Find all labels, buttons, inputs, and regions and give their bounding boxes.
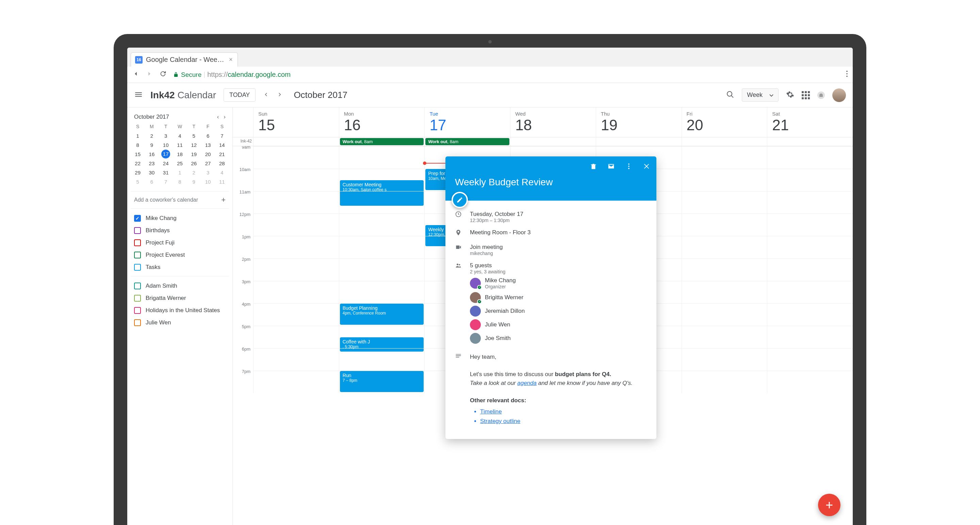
event-details-popover: Weekly Budget Review Tuesday, October 17… bbox=[445, 156, 656, 439]
mini-next-icon[interactable]: › bbox=[224, 114, 226, 121]
url-field[interactable]: Secure https://calendar.google.com bbox=[173, 71, 840, 79]
event-location: Meeting Room - Floor 3 bbox=[470, 229, 647, 238]
guest-count: 5 guests bbox=[470, 262, 647, 269]
event-title: Weekly Budget Review bbox=[455, 177, 647, 188]
gear-icon[interactable] bbox=[786, 90, 794, 100]
guest-avatar bbox=[470, 333, 481, 344]
guest-avatar bbox=[470, 319, 481, 330]
calendar-toggle[interactable]: Project Everest bbox=[130, 249, 229, 261]
sidebar: October 2017 ‹ › SMTWTFS 123456789101112… bbox=[127, 108, 233, 525]
description-icon bbox=[455, 353, 463, 426]
day-header[interactable]: Mon16 bbox=[339, 108, 425, 137]
add-coworker-input[interactable]: Add a coworker's calendar + bbox=[130, 191, 229, 209]
plus-icon: + bbox=[221, 195, 226, 205]
checkbox-icon bbox=[134, 307, 141, 314]
guest-avatar bbox=[470, 278, 481, 289]
mail-icon[interactable] bbox=[608, 163, 615, 171]
close-icon[interactable] bbox=[643, 163, 650, 171]
url-text: https://calendar.google.com bbox=[207, 71, 291, 79]
today-button[interactable]: TODAY bbox=[224, 89, 256, 102]
search-icon[interactable] bbox=[726, 90, 734, 100]
guest-row: Mike ChangOrganizer bbox=[470, 277, 647, 289]
calendar-label: Project Fuji bbox=[146, 240, 175, 246]
checkbox-icon bbox=[134, 240, 141, 246]
video-icon bbox=[455, 244, 463, 256]
edit-event-button[interactable] bbox=[452, 192, 468, 208]
svg-point-1 bbox=[846, 73, 848, 75]
guest-avatar bbox=[470, 292, 481, 303]
svg-point-7 bbox=[457, 263, 458, 265]
calendar-label: Julie Wen bbox=[146, 319, 171, 326]
event-time: 12:30pm – 1:30pm bbox=[470, 217, 647, 223]
back-icon[interactable] bbox=[132, 70, 140, 79]
calendar-toggle[interactable]: Julie Wen bbox=[130, 317, 229, 329]
svg-point-5 bbox=[628, 168, 630, 169]
mini-calendar[interactable]: SMTWTFS 12345678910111213141516171819202… bbox=[130, 124, 229, 186]
calendar-event[interactable]: Budget Planning4pm, Conference Room bbox=[340, 304, 424, 325]
svg-point-8 bbox=[459, 264, 460, 265]
guest-row: Julie Wen bbox=[470, 319, 647, 330]
close-tab-icon[interactable]: × bbox=[229, 56, 233, 63]
svg-point-0 bbox=[846, 70, 848, 72]
day-header[interactable]: Fri20 bbox=[682, 108, 767, 137]
event-allday[interactable]: Work out, 8am bbox=[340, 138, 424, 145]
calendar-label: Adam Smith bbox=[146, 282, 177, 289]
checkbox-icon bbox=[134, 252, 141, 259]
checkbox-icon bbox=[134, 264, 141, 271]
calendar-toggle[interactable]: Project Fuji bbox=[130, 237, 229, 249]
checkbox-icon bbox=[134, 282, 141, 289]
calendar-toggle[interactable]: Brigatta Werner bbox=[130, 292, 229, 305]
forward-icon[interactable] bbox=[146, 70, 153, 79]
location-icon bbox=[455, 229, 463, 238]
calendar-toggle[interactable]: Holidays in the United States bbox=[130, 305, 229, 317]
event-date: Tuesday, October 17 bbox=[470, 211, 647, 217]
delete-icon[interactable] bbox=[590, 163, 597, 171]
guest-name: Brigitta Werner bbox=[485, 294, 523, 301]
more-icon[interactable] bbox=[625, 163, 633, 171]
view-dropdown[interactable]: Week bbox=[742, 89, 778, 102]
calendar-toggle[interactable]: Mike Chang bbox=[130, 212, 229, 224]
guest-name: Joe Smith bbox=[485, 335, 511, 342]
svg-point-4 bbox=[628, 166, 630, 167]
guest-name: Jeremiah Dillon bbox=[485, 308, 525, 314]
guest-row: Brigitta Werner bbox=[470, 292, 647, 303]
browser-tab[interactable]: 16 Google Calendar - Week of Oc × bbox=[130, 52, 238, 67]
view-label: Week bbox=[747, 92, 762, 98]
calendar-toggle[interactable]: Birthdays bbox=[130, 224, 229, 237]
calendar-toggle[interactable]: Tasks bbox=[130, 261, 229, 273]
event-allday[interactable]: Work out, 8am bbox=[425, 138, 509, 145]
reload-icon[interactable] bbox=[159, 70, 167, 79]
doc-link[interactable]: Timeline bbox=[480, 408, 647, 416]
calendar-label: Project Everest bbox=[146, 252, 185, 259]
prev-period-icon[interactable] bbox=[263, 92, 269, 98]
app-header: Ink42 Calendar TODAY October 2017 Week bbox=[127, 83, 853, 108]
mini-calendar-title: October 2017 bbox=[134, 114, 169, 121]
calendar-label: Brigatta Werner bbox=[146, 295, 186, 301]
people-icon bbox=[455, 262, 463, 346]
day-header[interactable]: Tue17 bbox=[424, 108, 510, 137]
secure-badge: Secure bbox=[173, 71, 202, 79]
browser-menu-icon[interactable] bbox=[846, 70, 848, 79]
calendar-label: Holidays in the United States bbox=[146, 307, 220, 314]
user-avatar[interactable] bbox=[832, 89, 846, 102]
hamburger-icon[interactable] bbox=[134, 90, 143, 100]
app-brand: Ink42 Calendar bbox=[150, 90, 216, 101]
notifications-icon[interactable] bbox=[817, 92, 825, 99]
checkbox-icon bbox=[134, 215, 141, 222]
day-header[interactable]: Thu19 bbox=[596, 108, 682, 137]
calendar-toggle[interactable]: Adam Smith bbox=[130, 280, 229, 292]
mini-prev-icon[interactable]: ‹ bbox=[217, 114, 219, 121]
next-period-icon[interactable] bbox=[277, 92, 283, 98]
join-meeting-link[interactable]: Join meeting bbox=[470, 244, 647, 251]
tab-title: Google Calendar - Week of Oc bbox=[146, 56, 224, 63]
doc-link[interactable]: Strategy outline bbox=[480, 417, 647, 426]
create-event-fab[interactable]: + bbox=[818, 494, 840, 516]
chevron-down-icon bbox=[769, 92, 773, 98]
calendar-event[interactable]: Run7 – 8pm bbox=[340, 371, 424, 392]
allday-label: Ink-42 bbox=[233, 137, 253, 146]
day-header[interactable]: Sun15 bbox=[253, 108, 339, 137]
day-header[interactable]: Sat21 bbox=[767, 108, 853, 137]
checkbox-icon bbox=[134, 319, 141, 326]
day-header[interactable]: Wed18 bbox=[510, 108, 596, 137]
apps-icon[interactable] bbox=[802, 91, 810, 99]
